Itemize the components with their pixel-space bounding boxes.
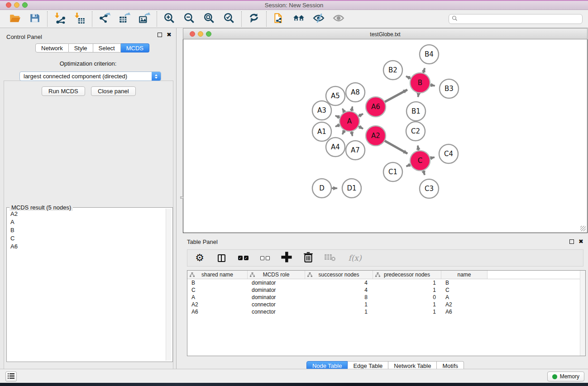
cell-name[interactable]: A [441,294,488,301]
cell-MCDS-role[interactable]: connector [248,308,305,315]
column-settings-button[interactable]: ⚙ [194,252,206,264]
tab-select[interactable]: Select [93,43,121,52]
mcds-result-item[interactable]: A [8,218,165,226]
mcds-result-item[interactable]: C [8,234,165,242]
run-mcds-button[interactable]: Run MCDS [42,86,85,96]
import-network-button[interactable] [53,12,67,26]
select-all-columns-button[interactable]: ✓✓ [237,252,249,264]
network-canvas[interactable]: B4B2BB3B1A5A8A6A3AA1A2C2A4A7CC4C1C3DD1 [183,39,588,233]
edge-A-A7[interactable] [351,131,352,136]
table-row[interactable]: A6connector11A6 [187,308,585,315]
edge-C-C1[interactable] [406,164,411,166]
search-box[interactable] [449,14,583,24]
cell-predecessor-nodes[interactable]: 1 [373,308,441,315]
edge-B-B3[interactable] [430,85,435,86]
column-header-successor-nodes[interactable]: successor nodes [305,271,373,279]
edge-C-C2[interactable] [418,146,419,151]
hide-details-button[interactable] [312,12,325,26]
cell-successor-nodes[interactable]: 8 [305,294,373,301]
network-graph[interactable]: B4B2BB3B1A5A8A6A3AA1A2C2A4A7CC4C1C3DD1 [183,39,587,232]
mcds-result-item[interactable]: A6 [8,242,165,250]
zoom-out-button[interactable] [182,12,196,26]
close-panel-icon[interactable]: ✖ [167,33,172,37]
edge-A6-B[interactable] [384,90,407,102]
cell-successor-nodes[interactable]: 4 [305,279,373,286]
edge-A-A8[interactable] [351,106,352,111]
edge-B-B1[interactable] [418,93,419,97]
cell-MCDS-role[interactable]: dominator [248,294,305,301]
save-session-button[interactable] [28,12,42,26]
edge-A-A6[interactable] [358,114,363,116]
cell-MCDS-role[interactable]: dominator [248,286,305,294]
refresh-button[interactable] [247,12,261,26]
tab-network[interactable]: Network [35,43,69,52]
deselect-all-columns-button[interactable] [259,252,271,264]
edge-B-B4[interactable] [423,68,425,73]
delete-column-button[interactable] [302,252,314,264]
float-panel-icon[interactable] [158,33,162,37]
cell-predecessor-nodes[interactable]: 1 [373,279,441,286]
edge-B-B2[interactable] [406,76,411,79]
cell-successor-nodes[interactable]: 1 [305,301,373,308]
edge-A-A1[interactable] [335,125,340,127]
optimization-criterion-select[interactable]: largest connected component (directed) [19,71,161,81]
column-header-predecessor-nodes[interactable]: predecessor nodes [373,271,441,279]
table-row[interactable]: Cdominator41C [187,286,585,294]
mcds-result-item[interactable]: A2 [8,210,165,218]
tab-style[interactable]: Style [69,43,93,52]
cell-shared-name[interactable]: B [187,279,248,286]
network-window-titlebar[interactable]: testGlobe.txt [183,28,588,39]
cell-predecessor-nodes[interactable]: 1 [373,286,441,294]
houses-button[interactable] [292,12,306,26]
cell-shared-name[interactable]: C [187,286,248,294]
zoom-in-button[interactable] [163,12,176,26]
mcds-result-item[interactable]: B [8,226,165,234]
show-panels-button[interactable] [5,372,17,381]
edge-A-A2[interactable] [358,126,363,129]
float-table-panel-icon[interactable] [569,239,574,244]
cell-MCDS-role[interactable]: dominator [248,279,305,286]
add-column-button[interactable] [281,252,292,264]
column-header-name[interactable]: name [441,271,488,279]
zoom-selected-button[interactable] [222,12,236,26]
zoom-fit-button[interactable] [202,12,216,26]
export-network-button[interactable] [98,12,111,26]
cell-successor-nodes[interactable]: 1 [305,308,373,315]
export-image-button[interactable] [138,12,151,26]
cell-shared-name[interactable]: A [187,294,248,301]
edge-A-A3[interactable] [335,116,340,118]
cell-shared-name[interactable]: A2 [187,301,248,308]
table-row[interactable]: A2connector11A2 [187,301,585,308]
resize-handle-icon[interactable] [580,226,586,231]
column-header-MCDS-role[interactable]: MCDS role [248,271,305,279]
delete-table-button[interactable] [324,252,336,264]
cell-name[interactable]: B [441,279,488,286]
cell-predecessor-nodes[interactable]: 1 [373,301,441,308]
cell-name[interactable]: A2 [441,301,488,308]
splitter-grip-left[interactable] [180,196,184,199]
column-header-shared-name[interactable]: shared name [187,271,248,279]
show-details-button[interactable] [332,12,345,26]
export-table-button[interactable] [118,12,131,26]
table-scrollbar[interactable] [580,271,585,356]
result-scrollbar[interactable] [166,209,172,361]
cell-successor-nodes[interactable]: 4 [305,286,373,294]
cell-shared-name[interactable]: A6 [187,308,248,315]
tab-mcds[interactable]: MCDS [121,43,149,52]
cell-MCDS-role[interactable]: connector [248,301,305,308]
edge-A-A4[interactable] [342,130,344,134]
edge-C-C3[interactable] [423,170,425,175]
open-session-button[interactable] [8,12,22,26]
mcds-result-list[interactable]: A2ABCA6 [8,210,165,361]
search-input[interactable] [459,16,579,22]
edge-A2-C[interactable] [384,141,407,154]
function-builder-button[interactable]: f(x) [346,252,364,264]
cell-predecessor-nodes[interactable]: 0 [373,294,441,301]
edge-C-C4[interactable] [430,157,434,158]
table-row[interactable]: Bdominator41B [187,279,585,286]
close-table-panel-icon[interactable]: ✖ [578,239,583,244]
import-table-button[interactable] [73,12,86,26]
network-from-file-button[interactable] [272,12,286,26]
memory-button[interactable]: Memory [547,372,584,381]
table-row[interactable]: Adominator80A [187,294,585,301]
